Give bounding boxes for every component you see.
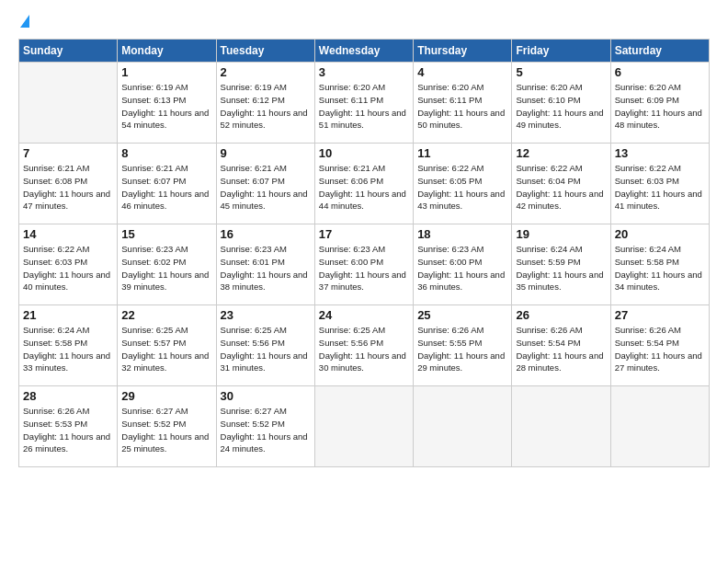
header bbox=[18, 15, 710, 29]
calendar-cell: 16Sunrise: 6:23 AMSunset: 6:01 PMDayligh… bbox=[216, 224, 314, 305]
day-info: Sunrise: 6:24 AMSunset: 5:58 PMDaylight:… bbox=[615, 243, 705, 293]
day-number: 7 bbox=[23, 146, 113, 160]
calendar-cell: 24Sunrise: 6:25 AMSunset: 5:56 PMDayligh… bbox=[314, 305, 413, 386]
day-number: 17 bbox=[319, 227, 409, 241]
day-info: Sunrise: 6:26 AMSunset: 5:53 PMDaylight:… bbox=[23, 405, 113, 455]
day-number: 15 bbox=[121, 227, 211, 241]
calendar-cell: 20Sunrise: 6:24 AMSunset: 5:58 PMDayligh… bbox=[610, 224, 709, 305]
logo bbox=[18, 15, 29, 29]
day-info: Sunrise: 6:27 AMSunset: 5:52 PMDaylight:… bbox=[121, 405, 211, 455]
day-info: Sunrise: 6:22 AMSunset: 6:03 PMDaylight:… bbox=[23, 243, 113, 293]
calendar-cell: 10Sunrise: 6:21 AMSunset: 6:06 PMDayligh… bbox=[314, 144, 413, 224]
calendar-day-header: Tuesday bbox=[216, 40, 314, 63]
day-number: 20 bbox=[615, 227, 705, 241]
day-info: Sunrise: 6:24 AMSunset: 5:59 PMDaylight:… bbox=[516, 243, 606, 293]
calendar-cell: 15Sunrise: 6:23 AMSunset: 6:02 PMDayligh… bbox=[118, 224, 216, 305]
calendar-day-header: Friday bbox=[512, 40, 610, 63]
calendar-day-header: Saturday bbox=[610, 40, 709, 63]
day-info: Sunrise: 6:25 AMSunset: 5:57 PMDaylight:… bbox=[121, 324, 211, 374]
calendar-cell bbox=[314, 386, 413, 467]
day-info: Sunrise: 6:26 AMSunset: 5:54 PMDaylight:… bbox=[615, 324, 705, 374]
calendar-cell: 3Sunrise: 6:20 AMSunset: 6:11 PMDaylight… bbox=[314, 63, 413, 144]
calendar-cell: 17Sunrise: 6:23 AMSunset: 6:00 PMDayligh… bbox=[314, 224, 413, 305]
calendar-week-row: 21Sunrise: 6:24 AMSunset: 5:58 PMDayligh… bbox=[19, 305, 710, 386]
day-info: Sunrise: 6:19 AMSunset: 6:13 PMDaylight:… bbox=[121, 81, 211, 132]
calendar-cell: 18Sunrise: 6:23 AMSunset: 6:00 PMDayligh… bbox=[414, 224, 512, 305]
day-number: 10 bbox=[319, 146, 409, 160]
day-info: Sunrise: 6:24 AMSunset: 5:58 PMDaylight:… bbox=[23, 324, 113, 374]
day-number: 22 bbox=[121, 308, 211, 322]
day-number: 8 bbox=[121, 146, 211, 160]
calendar-cell: 22Sunrise: 6:25 AMSunset: 5:57 PMDayligh… bbox=[118, 305, 216, 386]
calendar-day-header: Thursday bbox=[414, 40, 512, 63]
day-number: 21 bbox=[23, 308, 113, 322]
calendar-cell: 14Sunrise: 6:22 AMSunset: 6:03 PMDayligh… bbox=[19, 224, 118, 305]
day-number: 28 bbox=[23, 389, 113, 403]
day-info: Sunrise: 6:26 AMSunset: 5:54 PMDaylight:… bbox=[516, 324, 606, 374]
day-number: 24 bbox=[319, 308, 409, 322]
calendar-week-row: 7Sunrise: 6:21 AMSunset: 6:08 PMDaylight… bbox=[19, 144, 710, 224]
day-info: Sunrise: 6:19 AMSunset: 6:12 PMDaylight:… bbox=[221, 81, 311, 132]
day-info: Sunrise: 6:21 AMSunset: 6:06 PMDaylight:… bbox=[319, 162, 409, 213]
day-number: 18 bbox=[417, 227, 507, 241]
day-info: Sunrise: 6:22 AMSunset: 6:05 PMDaylight:… bbox=[417, 162, 507, 213]
calendar-cell: 26Sunrise: 6:26 AMSunset: 5:54 PMDayligh… bbox=[512, 305, 610, 386]
calendar-cell: 12Sunrise: 6:22 AMSunset: 6:04 PMDayligh… bbox=[512, 144, 610, 224]
calendar-cell: 29Sunrise: 6:27 AMSunset: 5:52 PMDayligh… bbox=[118, 386, 216, 467]
calendar-header-row: SundayMondayTuesdayWednesdayThursdayFrid… bbox=[19, 40, 710, 63]
calendar-cell: 28Sunrise: 6:26 AMSunset: 5:53 PMDayligh… bbox=[19, 386, 118, 467]
day-number: 19 bbox=[516, 227, 606, 241]
calendar-cell: 8Sunrise: 6:21 AMSunset: 6:07 PMDaylight… bbox=[118, 144, 216, 224]
day-number: 26 bbox=[516, 308, 606, 322]
day-info: Sunrise: 6:22 AMSunset: 6:03 PMDaylight:… bbox=[615, 162, 705, 213]
calendar-cell: 23Sunrise: 6:25 AMSunset: 5:56 PMDayligh… bbox=[216, 305, 314, 386]
day-info: Sunrise: 6:21 AMSunset: 6:08 PMDaylight:… bbox=[23, 162, 113, 213]
day-number: 5 bbox=[516, 65, 606, 79]
calendar-cell: 21Sunrise: 6:24 AMSunset: 5:58 PMDayligh… bbox=[19, 305, 118, 386]
day-number: 30 bbox=[221, 389, 311, 403]
day-info: Sunrise: 6:23 AMSunset: 6:00 PMDaylight:… bbox=[417, 243, 507, 293]
day-info: Sunrise: 6:22 AMSunset: 6:04 PMDaylight:… bbox=[516, 162, 606, 213]
day-info: Sunrise: 6:25 AMSunset: 5:56 PMDaylight:… bbox=[319, 324, 409, 374]
day-number: 29 bbox=[121, 389, 211, 403]
day-info: Sunrise: 6:25 AMSunset: 5:56 PMDaylight:… bbox=[221, 324, 311, 374]
day-number: 4 bbox=[417, 65, 507, 79]
day-number: 9 bbox=[221, 146, 311, 160]
calendar-cell bbox=[414, 386, 512, 467]
calendar-cell bbox=[19, 63, 118, 144]
day-info: Sunrise: 6:23 AMSunset: 6:01 PMDaylight:… bbox=[221, 243, 311, 293]
calendar-cell: 9Sunrise: 6:21 AMSunset: 6:07 PMDaylight… bbox=[216, 144, 314, 224]
day-info: Sunrise: 6:27 AMSunset: 5:52 PMDaylight:… bbox=[221, 405, 311, 455]
logo-triangle-icon bbox=[20, 15, 29, 28]
calendar-cell: 11Sunrise: 6:22 AMSunset: 6:05 PMDayligh… bbox=[414, 144, 512, 224]
day-info: Sunrise: 6:20 AMSunset: 6:11 PMDaylight:… bbox=[417, 81, 507, 132]
day-info: Sunrise: 6:23 AMSunset: 6:00 PMDaylight:… bbox=[319, 243, 409, 293]
day-info: Sunrise: 6:20 AMSunset: 6:11 PMDaylight:… bbox=[319, 81, 409, 132]
day-number: 13 bbox=[615, 146, 705, 160]
day-number: 3 bbox=[319, 65, 409, 79]
day-number: 25 bbox=[417, 308, 507, 322]
calendar-cell: 7Sunrise: 6:21 AMSunset: 6:08 PMDaylight… bbox=[19, 144, 118, 224]
day-number: 12 bbox=[516, 146, 606, 160]
day-number: 6 bbox=[615, 65, 705, 79]
day-info: Sunrise: 6:26 AMSunset: 5:55 PMDaylight:… bbox=[417, 324, 507, 374]
day-number: 27 bbox=[615, 308, 705, 322]
day-number: 16 bbox=[221, 227, 311, 241]
day-number: 14 bbox=[23, 227, 113, 241]
day-number: 11 bbox=[417, 146, 507, 160]
calendar-cell: 6Sunrise: 6:20 AMSunset: 6:09 PMDaylight… bbox=[610, 63, 709, 144]
calendar-cell: 4Sunrise: 6:20 AMSunset: 6:11 PMDaylight… bbox=[414, 63, 512, 144]
page: SundayMondayTuesdayWednesdayThursdayFrid… bbox=[0, 0, 728, 563]
calendar-cell: 25Sunrise: 6:26 AMSunset: 5:55 PMDayligh… bbox=[414, 305, 512, 386]
calendar-cell: 19Sunrise: 6:24 AMSunset: 5:59 PMDayligh… bbox=[512, 224, 610, 305]
calendar-cell: 5Sunrise: 6:20 AMSunset: 6:10 PMDaylight… bbox=[512, 63, 610, 144]
calendar-table: SundayMondayTuesdayWednesdayThursdayFrid… bbox=[18, 39, 710, 467]
calendar-week-row: 1Sunrise: 6:19 AMSunset: 6:13 PMDaylight… bbox=[19, 63, 710, 144]
day-info: Sunrise: 6:20 AMSunset: 6:10 PMDaylight:… bbox=[516, 81, 606, 132]
calendar-day-header: Monday bbox=[118, 40, 216, 63]
day-info: Sunrise: 6:21 AMSunset: 6:07 PMDaylight:… bbox=[121, 162, 211, 213]
calendar-day-header: Sunday bbox=[19, 40, 118, 63]
calendar-cell bbox=[512, 386, 610, 467]
day-info: Sunrise: 6:23 AMSunset: 6:02 PMDaylight:… bbox=[121, 243, 211, 293]
day-info: Sunrise: 6:21 AMSunset: 6:07 PMDaylight:… bbox=[221, 162, 311, 213]
